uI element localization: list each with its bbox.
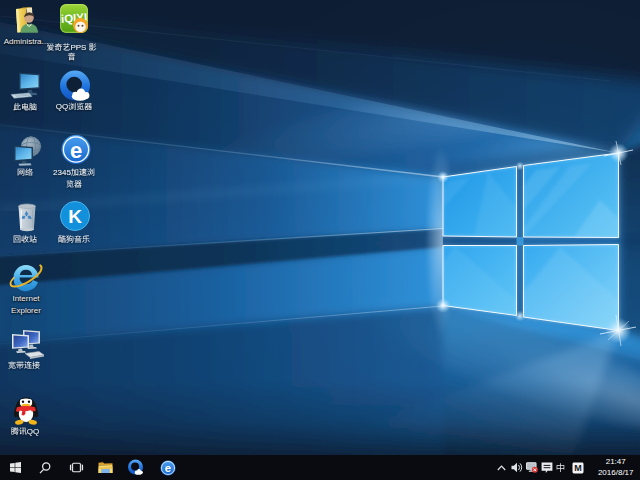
svg-text:M: M [574, 463, 582, 473]
svg-text:2345: 2345 [53, 168, 71, 177]
svg-text:QQ: QQ [26, 427, 38, 436]
svg-text:QQ: QQ [55, 103, 67, 112]
svg-text:e: e [70, 138, 82, 163]
svg-text:PPS: PPS [70, 43, 86, 52]
svg-text:K: K [68, 206, 82, 227]
svg-text:e: e [164, 462, 170, 474]
